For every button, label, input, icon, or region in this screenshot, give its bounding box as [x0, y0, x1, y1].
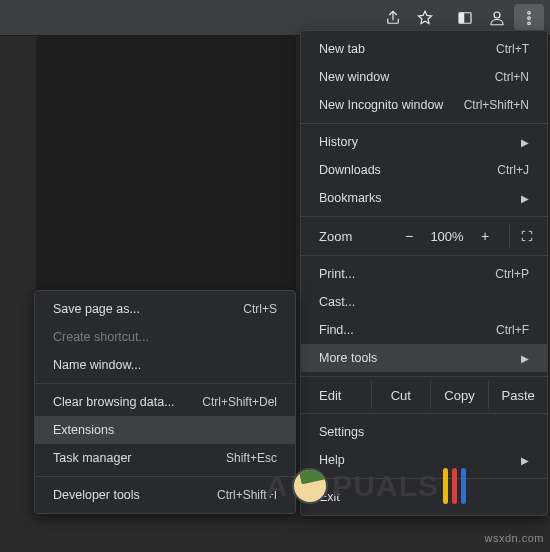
submenu-save-page[interactable]: Save page as... Ctrl+S	[35, 295, 295, 323]
menu-separator	[35, 476, 295, 477]
svg-point-5	[528, 21, 531, 24]
menu-shortcut: Ctrl+J	[497, 163, 529, 177]
logo-text-a: A	[266, 469, 289, 503]
menu-history[interactable]: History ▶	[301, 128, 547, 156]
logo-band	[443, 468, 448, 504]
edit-paste-button[interactable]: Paste	[488, 381, 547, 409]
kebab-icon[interactable]	[514, 4, 544, 32]
logo-band	[452, 468, 457, 504]
logo-avatar-icon	[292, 468, 328, 504]
menu-label: History	[319, 135, 358, 149]
menu-zoom-row: Zoom − 100% +	[301, 221, 547, 251]
submenu-clear-browsing-data[interactable]: Clear browsing data... Ctrl+Shift+Del	[35, 388, 295, 416]
menu-label: Save page as...	[53, 302, 140, 316]
menu-label: Name window...	[53, 358, 141, 372]
menu-downloads[interactable]: Downloads Ctrl+J	[301, 156, 547, 184]
menu-bookmarks[interactable]: Bookmarks ▶	[301, 184, 547, 212]
menu-label: Print...	[319, 267, 355, 281]
menu-shortcut: Shift+Esc	[226, 451, 277, 465]
menu-more-tools[interactable]: More tools ▶	[301, 344, 547, 372]
menu-shortcut: Ctrl+Shift+Del	[202, 395, 277, 409]
svg-point-4	[528, 16, 531, 19]
menu-label: Clear browsing data...	[53, 395, 175, 409]
submenu-create-shortcut: Create shortcut...	[35, 323, 295, 351]
menu-label: Bookmarks	[319, 191, 382, 205]
menu-cast[interactable]: Cast...	[301, 288, 547, 316]
chevron-right-icon: ▶	[521, 353, 529, 364]
menu-label: More tools	[319, 351, 377, 365]
menu-label: New window	[319, 70, 389, 84]
menu-label: Settings	[319, 425, 364, 439]
menu-shortcut: Ctrl+F	[496, 323, 529, 337]
edit-label: Edit	[301, 381, 371, 409]
menu-separator	[301, 255, 547, 256]
edit-copy-button[interactable]: Copy	[430, 381, 489, 409]
menu-shortcut: Ctrl+S	[243, 302, 277, 316]
zoom-in-button[interactable]: +	[469, 228, 501, 244]
menu-settings[interactable]: Settings	[301, 418, 547, 446]
star-icon[interactable]	[410, 4, 440, 32]
svg-point-2	[494, 12, 500, 18]
browser-main-menu: New tab Ctrl+T New window Ctrl+N New Inc…	[300, 30, 548, 516]
menu-edit-row: Edit Cut Copy Paste	[301, 381, 547, 409]
menu-label: New Incognito window	[319, 98, 443, 112]
submenu-name-window[interactable]: Name window...	[35, 351, 295, 379]
source-watermark: wsxdn.com	[484, 532, 544, 544]
menu-new-window[interactable]: New window Ctrl+N	[301, 63, 547, 91]
menu-separator	[301, 123, 547, 124]
menu-separator	[301, 413, 547, 414]
menu-find[interactable]: Find... Ctrl+F	[301, 316, 547, 344]
menu-label: Task manager	[53, 451, 132, 465]
menu-shortcut: Ctrl+T	[496, 42, 529, 56]
menu-separator	[301, 216, 547, 217]
zoom-out-button[interactable]: −	[393, 228, 425, 244]
menu-label: Cast...	[319, 295, 355, 309]
submenu-extensions[interactable]: Extensions	[35, 416, 295, 444]
menu-label: New tab	[319, 42, 365, 56]
logo-band	[461, 468, 466, 504]
zoom-value: 100%	[425, 229, 469, 244]
site-logo: A PUALS	[266, 468, 466, 504]
chevron-right-icon: ▶	[521, 137, 529, 148]
menu-separator	[35, 383, 295, 384]
menu-label: Downloads	[319, 163, 381, 177]
chevron-right-icon: ▶	[521, 455, 529, 466]
menu-new-tab[interactable]: New tab Ctrl+T	[301, 35, 547, 63]
chevron-right-icon: ▶	[521, 193, 529, 204]
menu-label: Extensions	[53, 423, 114, 437]
profile-icon[interactable]	[482, 4, 512, 32]
menu-shortcut: Ctrl+P	[495, 267, 529, 281]
menu-shortcut: Ctrl+Shift+N	[464, 98, 529, 112]
menu-separator	[301, 376, 547, 377]
panel-icon[interactable]	[450, 4, 480, 32]
share-icon[interactable]	[378, 4, 408, 32]
menu-label: Developer tools	[53, 488, 140, 502]
menu-label: Help	[319, 453, 345, 467]
logo-text-rest: PUALS	[332, 469, 439, 503]
fullscreen-icon[interactable]	[509, 224, 543, 248]
menu-new-incognito[interactable]: New Incognito window Ctrl+Shift+N	[301, 91, 547, 119]
menu-label: Create shortcut...	[53, 330, 149, 344]
menu-shortcut: Ctrl+N	[495, 70, 529, 84]
more-tools-submenu: Save page as... Ctrl+S Create shortcut..…	[34, 290, 296, 514]
submenu-developer-tools[interactable]: Developer tools Ctrl+Shift+I	[35, 481, 295, 509]
zoom-label: Zoom	[319, 229, 393, 244]
edit-cut-button[interactable]: Cut	[371, 381, 430, 409]
menu-label: Find...	[319, 323, 354, 337]
svg-point-3	[528, 11, 531, 14]
submenu-task-manager[interactable]: Task manager Shift+Esc	[35, 444, 295, 472]
svg-rect-1	[459, 12, 464, 23]
menu-print[interactable]: Print... Ctrl+P	[301, 260, 547, 288]
